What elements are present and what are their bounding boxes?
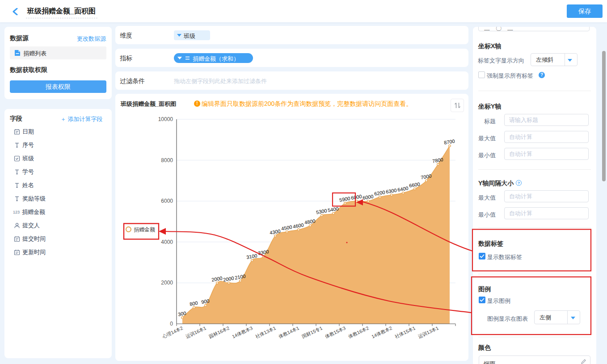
svg-text:2000: 2000 (161, 280, 173, 286)
svg-text:4600: 4600 (292, 222, 304, 229)
svg-text:4500: 4500 (281, 224, 292, 231)
svg-text:6400: 6400 (397, 185, 409, 192)
svg-text:0: 0 (170, 321, 173, 327)
svg-text:10000: 10000 (158, 116, 173, 122)
svg-text:4000: 4000 (161, 239, 173, 245)
svg-text:社体15本1: 社体15本1 (394, 325, 416, 339)
svg-text:体教16本2: 体教16本2 (347, 325, 370, 339)
svg-text:运训13本1: 运训13本1 (417, 325, 439, 339)
svg-text:捐赠金额: 捐赠金额 (134, 226, 155, 233)
svg-text:心理14本2: 心理14本2 (161, 325, 184, 339)
svg-text:6200: 6200 (374, 189, 385, 197)
svg-text:体教15本3: 体教15本3 (324, 325, 346, 339)
svg-text:14体教本2: 14体教本2 (371, 325, 393, 339)
svg-text:社体13本1: 社体13本1 (254, 325, 277, 339)
svg-text:14体教本3: 14体教本3 (231, 325, 253, 339)
svg-text:8700: 8700 (443, 138, 455, 146)
svg-text:国财15专1: 国财15专1 (301, 325, 323, 339)
svg-text:体教14本1: 体教14本1 (277, 325, 300, 339)
svg-text:8000: 8000 (161, 157, 173, 163)
svg-text:6000: 6000 (350, 193, 362, 201)
svg-text:6000: 6000 (161, 198, 173, 204)
svg-text:2000: 2000 (223, 275, 234, 282)
svg-text:运训16本1: 运训16本1 (185, 325, 207, 339)
svg-text:园林16本2: 园林16本2 (208, 325, 230, 339)
svg-text:5300: 5300 (316, 208, 327, 215)
svg-text:6300: 6300 (385, 188, 397, 195)
svg-text:800: 800 (189, 300, 198, 307)
